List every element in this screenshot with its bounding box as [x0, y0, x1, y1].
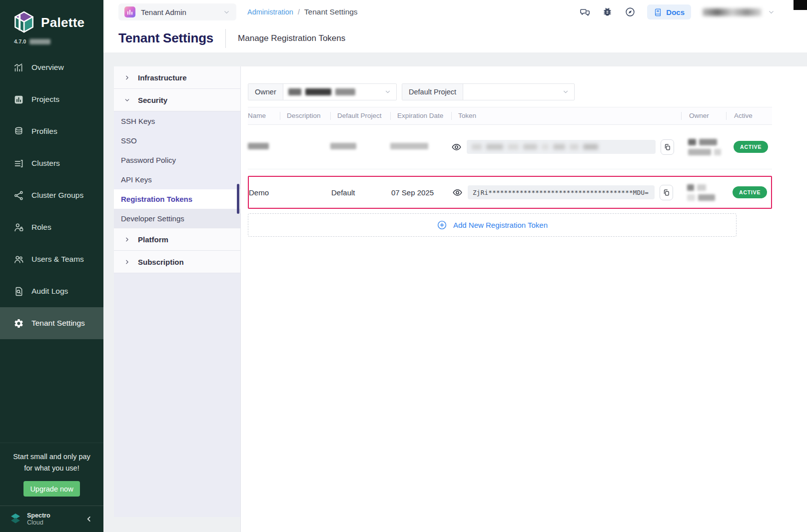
owner-filter: Owner	[248, 83, 397, 100]
clusters-icon	[13, 158, 24, 169]
table-row-demo-highlighted: Demo Default 07 Sep 2025 ZjRi***********…	[248, 176, 772, 209]
table-header: Name Description Default Project Expirat…	[248, 107, 772, 125]
settings-nav-filler	[114, 273, 240, 517]
chevron-right-icon	[124, 236, 130, 243]
settings-section-infrastructure[interactable]: Infrastructure	[114, 66, 240, 89]
promo-text: Start small and only pay for what you us…	[9, 451, 94, 474]
settings-section-subscription[interactable]: Subscription	[114, 251, 240, 273]
chevron-down-icon	[562, 88, 569, 95]
feedback-chat-icon[interactable]	[580, 6, 591, 17]
docs-button[interactable]: Docs	[647, 4, 691, 19]
scope-selector[interactable]: Tenant Admin	[118, 3, 236, 20]
sidebar-item-cluster-groups[interactable]: Cluster Groups	[0, 179, 103, 211]
sidebar-item-tenant-settings[interactable]: Tenant Settings	[0, 307, 103, 339]
cell-expiration-date	[390, 142, 451, 151]
redacted-owner-filter-value	[305, 88, 331, 95]
sidebar-item-profiles[interactable]: Profiles	[0, 115, 103, 147]
settings-item-sso[interactable]: SSO	[114, 131, 240, 150]
table-row-redacted: ACTIVE	[248, 125, 772, 169]
page-header: Tenant Settings Manage Registration Toke…	[103, 24, 807, 52]
breadcrumb-current: Tenant Settings	[304, 7, 358, 16]
header-spacer-band	[103, 52, 807, 66]
page-title: Tenant Settings	[118, 30, 213, 46]
topbar: Tenant Admin Administration / Tenant Set…	[103, 0, 807, 24]
settings-section-label: Platform	[138, 235, 168, 244]
app-window: Palette 4.7.0 Overview Projects Profiles	[0, 0, 807, 532]
sidebar-item-roles[interactable]: Roles	[0, 211, 103, 243]
sidebar-item-label: Audit Logs	[31, 287, 68, 296]
owner-filter-select[interactable]	[283, 84, 396, 100]
default-project-filter-label: Default Project	[402, 84, 463, 100]
default-project-filter: Default Project	[402, 83, 575, 100]
chevron-right-icon	[124, 259, 130, 265]
upgrade-promo: Start small and only pay for what you us…	[0, 443, 103, 506]
cell-active: ACTIVE	[725, 186, 771, 198]
cell-name	[248, 142, 280, 151]
default-project-filter-select[interactable]	[463, 84, 574, 100]
chevron-right-icon	[124, 74, 130, 81]
add-registration-token-button[interactable]: Add New Registration Token	[248, 213, 737, 237]
settings-section-security[interactable]: Security	[114, 89, 240, 111]
settings-section-label: Security	[138, 96, 167, 104]
settings-item-registration-tokens[interactable]: Registration Tokens	[114, 189, 240, 209]
status-badge: ACTIVE	[734, 141, 768, 153]
sidebar-item-users-teams[interactable]: Users & Teams	[0, 243, 103, 275]
cell-owner	[681, 139, 726, 155]
copy-token-button[interactable]	[661, 139, 674, 155]
redacted-owner-filter-value	[335, 88, 355, 95]
sidebar: Palette 4.7.0 Overview Projects Profiles	[0, 0, 103, 532]
sidebar-item-audit-logs[interactable]: Audit Logs	[0, 275, 103, 307]
footer-brand-line1: Spectro	[27, 512, 50, 519]
sidebar-item-label: Tenant Settings	[31, 319, 85, 328]
chevron-down-icon	[384, 88, 391, 95]
cell-default-project	[330, 142, 390, 151]
plus-circle-icon	[437, 220, 447, 230]
breadcrumb-separator: /	[298, 8, 300, 16]
copy-token-button[interactable]	[660, 185, 673, 200]
settings-nav: Infrastructure Security SSH Keys SSO Pas…	[114, 66, 241, 532]
redacted-username	[703, 8, 762, 16]
brand-block: Palette 4.7.0	[0, 0, 103, 44]
header-divider	[225, 29, 226, 48]
user-menu[interactable]	[703, 8, 775, 16]
add-registration-token-label: Add New Registration Token	[453, 221, 548, 229]
upgrade-now-button[interactable]: Upgrade now	[23, 481, 80, 497]
chevron-down-icon	[768, 8, 775, 16]
cell-token: ZjRi************************************…	[452, 185, 680, 200]
docs-label: Docs	[666, 8, 685, 16]
page-subtitle: Manage Registration Tokens	[238, 33, 345, 43]
column-header-default-project: Default Project	[330, 112, 390, 120]
gear-icon	[13, 318, 24, 329]
explore-compass-icon[interactable]	[625, 6, 636, 17]
sidebar-item-clusters[interactable]: Clusters	[0, 147, 103, 179]
bug-report-icon[interactable]	[602, 6, 613, 17]
sidebar-item-label: Projects	[31, 95, 59, 104]
settings-nav-scrollbar[interactable]	[237, 184, 239, 214]
column-header-token: Token	[451, 112, 681, 120]
column-header-name: Name	[248, 112, 280, 120]
users-icon	[13, 254, 24, 265]
redacted-token-value	[467, 140, 656, 154]
cell-default-project: Default	[331, 188, 391, 197]
sidebar-item-overview[interactable]: Overview	[0, 51, 103, 83]
settings-item-password-policy[interactable]: Password Policy	[114, 150, 240, 170]
breadcrumb: Administration / Tenant Settings	[247, 7, 358, 16]
settings-item-ssh-keys[interactable]: SSH Keys	[114, 111, 240, 131]
sidebar-item-label: Users & Teams	[31, 255, 84, 264]
status-badge: ACTIVE	[733, 186, 767, 198]
chevron-down-icon	[223, 8, 230, 16]
settings-item-api-keys[interactable]: API Keys	[114, 170, 240, 189]
collapse-sidebar-button[interactable]	[84, 515, 93, 524]
cell-expiration-date: 07 Sep 2025	[391, 188, 452, 197]
version-label: 4.7.0	[14, 38, 26, 44]
cell-owner	[680, 184, 725, 201]
show-token-eye-icon[interactable]	[451, 142, 462, 152]
settings-item-developer-settings[interactable]: Developer Settings	[114, 209, 240, 228]
sidebar-item-projects[interactable]: Projects	[0, 83, 103, 115]
token-value-box: ZjRi************************************…	[468, 185, 655, 199]
breadcrumb-administration[interactable]: Administration	[247, 8, 293, 16]
show-token-eye-icon[interactable]	[452, 187, 463, 198]
projects-icon	[13, 94, 24, 105]
redacted-corner	[794, 0, 807, 10]
settings-section-platform[interactable]: Platform	[114, 228, 240, 251]
